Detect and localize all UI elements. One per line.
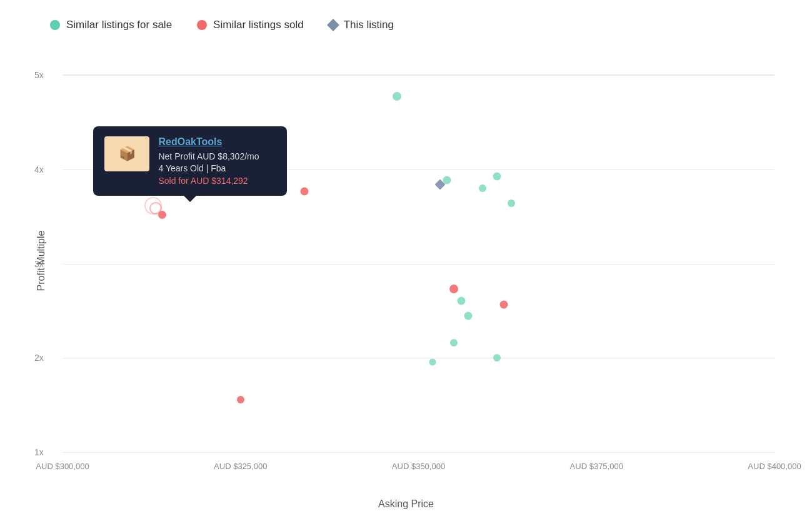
grid-line-2x — [63, 358, 774, 358]
y-tick-3x: 3x — [34, 259, 44, 269]
green-dot-8[interactable] — [450, 339, 458, 346]
x-tick-350k: AUD $350,000 — [392, 462, 445, 471]
legend-green-dot-icon — [50, 20, 60, 30]
legend-for-sale-label: Similar listings for sale — [66, 19, 172, 31]
green-dot-1[interactable] — [393, 92, 401, 101]
x-tick-400k: AUD $400,000 — [748, 462, 801, 471]
green-dot-9[interactable] — [429, 359, 436, 366]
green-dot-3[interactable] — [479, 185, 486, 192]
y-tick-5x: 5x — [34, 70, 44, 80]
x-tick-325k: AUD $325,000 — [214, 462, 267, 471]
tooltip-net-profit: Net Profit AUD $8,302/mo — [158, 151, 276, 161]
grid-line-3x — [63, 264, 774, 265]
listing-tooltip: 📦 RedOakTools Net Profit AUD $8,302/mo 4… — [93, 126, 287, 196]
grid-line-5x — [63, 75, 774, 76]
x-axis-label: Asking Price — [378, 498, 434, 510]
x-tick-375k: AUD $375,000 — [570, 462, 623, 471]
y-tick-4x: 4x — [34, 164, 44, 175]
red-dot-4[interactable] — [500, 300, 508, 308]
green-dot-5[interactable] — [508, 200, 515, 207]
legend-diamond-icon — [327, 19, 339, 31]
legend-this-listing: This listing — [329, 19, 394, 31]
red-dot-3[interactable] — [449, 285, 458, 293]
scatter-plot-area: 5x 4x 3x 2x 1x AUD $300,000 AUD $325,000… — [63, 75, 774, 452]
tooltip-thumbnail: 📦 — [104, 136, 149, 171]
tooltip-info: RedOakTools Net Profit AUD $8,302/mo 4 Y… — [158, 136, 276, 186]
y-tick-1x: 1x — [34, 447, 44, 457]
tooltip-title[interactable]: RedOakTools — [158, 136, 276, 148]
green-dot-6[interactable] — [457, 296, 465, 305]
chart-legend: Similar listings for sale Similar listin… — [50, 19, 394, 31]
chart-container: Similar listings for sale Similar listin… — [0, 0, 812, 521]
red-dot-hovered[interactable] — [158, 211, 166, 219]
green-dot-10[interactable] — [493, 354, 501, 362]
red-dot-2[interactable] — [301, 188, 309, 196]
legend-this-label: This listing — [344, 19, 394, 31]
legend-sold: Similar listings sold — [197, 19, 304, 31]
x-tick-300k: AUD $300,000 — [36, 462, 89, 471]
green-dot-7[interactable] — [464, 311, 473, 320]
tooltip-icon: 📦 — [119, 146, 136, 162]
red-dot-5[interactable] — [237, 396, 244, 403]
tooltip-age: 4 Years Old | Fba — [158, 163, 276, 173]
legend-for-sale: Similar listings for sale — [50, 19, 172, 31]
grid-line-1x — [63, 452, 774, 453]
y-tick-2x: 2x — [34, 353, 44, 363]
tooltip-content: 📦 RedOakTools Net Profit AUD $8,302/mo 4… — [104, 136, 276, 186]
legend-sold-label: Similar listings sold — [213, 19, 304, 31]
green-dot-4[interactable] — [493, 172, 501, 180]
tooltip-sold: Sold for AUD $314,292 — [158, 176, 276, 186]
legend-red-dot-icon — [197, 20, 207, 30]
